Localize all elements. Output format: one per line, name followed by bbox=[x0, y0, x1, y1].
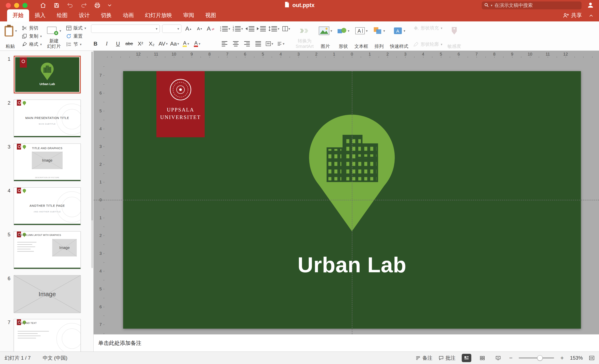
increase-font-button[interactable]: A▴ bbox=[184, 25, 193, 33]
vertical-guide[interactable] bbox=[352, 71, 352, 334]
highlight-color-button[interactable]: A▾ bbox=[182, 40, 190, 48]
zoom-level[interactable]: 153% bbox=[570, 355, 583, 361]
align-right-button[interactable] bbox=[243, 40, 251, 48]
new-slide-caret-icon[interactable]: ▾ bbox=[60, 29, 61, 33]
align-left-icon bbox=[222, 41, 227, 46]
vertical-align-button[interactable]: ▾ bbox=[265, 40, 274, 48]
normal-view-button[interactable] bbox=[462, 354, 471, 362]
section-button[interactable]: 节▾ bbox=[66, 40, 86, 48]
slideshow-button[interactable] bbox=[493, 354, 503, 362]
ruler-number: 6 bbox=[458, 52, 460, 57]
cut-button[interactable]: 剪切 bbox=[22, 24, 42, 32]
slide-thumbnail-5[interactable]: TWO-COLUMN LAYOUT WITH GRAPHICS Image bbox=[14, 231, 81, 269]
columns-button[interactable]: ▾ bbox=[282, 25, 291, 33]
picture-button[interactable]: ▾ 图片 bbox=[319, 23, 332, 49]
tab-home[interactable]: 开始 bbox=[7, 9, 29, 21]
quick-styles-button[interactable]: A ▾ 快速样式 bbox=[390, 23, 408, 49]
slide-thumbnail-1[interactable]: Urban Lab bbox=[14, 56, 81, 93]
user-avatar[interactable] bbox=[587, 1, 594, 9]
change-case-button[interactable]: Aa▾ bbox=[170, 40, 179, 48]
panel-scrollbar-thumb[interactable] bbox=[91, 52, 93, 221]
align-left-button[interactable] bbox=[220, 40, 229, 48]
shape-fill-button[interactable]: 形状填充▾ bbox=[413, 24, 442, 32]
tab-transitions[interactable]: 切换 bbox=[95, 9, 117, 21]
toolbar-options-button[interactable] bbox=[108, 4, 112, 7]
close-button[interactable] bbox=[6, 3, 11, 8]
paste-caret-icon[interactable]: ▾ bbox=[15, 29, 17, 33]
zoom-out-button[interactable]: − bbox=[509, 355, 512, 361]
panel-scrollbar[interactable] bbox=[91, 52, 93, 268]
subscript-button[interactable]: X₂ bbox=[147, 40, 156, 48]
align-center-button[interactable] bbox=[231, 40, 240, 48]
shape-outline-button[interactable]: 形状轮廓▾ bbox=[413, 40, 442, 48]
font-family-select[interactable]: ▾ bbox=[91, 25, 160, 33]
search-input[interactable] bbox=[495, 2, 579, 8]
zoom-in-button[interactable]: + bbox=[560, 355, 564, 361]
redo-button[interactable] bbox=[81, 3, 87, 8]
collapse-ribbon-button[interactable] bbox=[589, 12, 593, 18]
strikethrough-button[interactable]: abe bbox=[125, 40, 133, 48]
notes-toggle-button[interactable]: 备注 bbox=[415, 355, 432, 361]
italic-button[interactable]: I bbox=[102, 40, 111, 48]
ruler-number: 0 bbox=[351, 52, 353, 57]
print-button[interactable] bbox=[94, 3, 100, 8]
underline-button[interactable]: U bbox=[114, 40, 122, 48]
save-button[interactable] bbox=[54, 2, 60, 8]
notes-pane[interactable]: 单击此处添加备注 bbox=[94, 334, 599, 352]
home-button[interactable] bbox=[40, 2, 46, 9]
tab-review[interactable]: 审阅 bbox=[178, 9, 200, 21]
new-slide-button[interactable]: ▾ 新建 幻灯片 bbox=[47, 23, 61, 49]
search-scope-caret-icon[interactable]: ▾ bbox=[491, 4, 493, 7]
slide-thumbnail-4[interactable]: ANOTHER TITLE PAGE AND ANOTHER SUBTITLE bbox=[14, 187, 81, 225]
share-button[interactable]: 共享 bbox=[563, 12, 582, 19]
bold-button[interactable]: B bbox=[91, 40, 100, 48]
copy-button[interactable]: 复制▾ bbox=[22, 32, 42, 40]
numbering-button[interactable]: 123▾ bbox=[233, 25, 243, 33]
smartart-button[interactable]: 转换为 SmartArt bbox=[296, 23, 314, 49]
zoom-slider-thumb[interactable] bbox=[537, 355, 543, 361]
shapes-button[interactable]: ▾ 形状 bbox=[337, 23, 349, 49]
tab-draw[interactable]: 绘图 bbox=[51, 9, 73, 21]
tab-view[interactable]: 视图 bbox=[200, 9, 222, 21]
increase-indent-button[interactable] bbox=[257, 25, 266, 33]
search-field[interactable]: ▾ bbox=[482, 1, 581, 9]
horizontal-guide[interactable] bbox=[94, 200, 599, 200]
font-color-button[interactable]: A▾ bbox=[193, 40, 202, 48]
font-size-select[interactable]: ▾ bbox=[162, 25, 181, 33]
superscript-button[interactable]: X² bbox=[136, 40, 145, 48]
line-spacing-button[interactable]: ▾ bbox=[268, 25, 279, 33]
arrange-button[interactable]: ▾ 排列 bbox=[373, 23, 385, 49]
fullscreen-button[interactable] bbox=[22, 3, 27, 8]
language-indicator[interactable]: 中文 (中国) bbox=[43, 355, 67, 361]
justify-button[interactable] bbox=[254, 40, 263, 48]
fit-window-button[interactable] bbox=[589, 356, 594, 360]
paste-button[interactable]: ▾ 粘贴 bbox=[4, 23, 17, 49]
character-spacing-button[interactable]: AV▾ bbox=[159, 40, 168, 48]
fit-window-icon bbox=[589, 356, 594, 360]
tab-slideshow[interactable]: 幻灯片放映 bbox=[139, 9, 178, 21]
undo-button[interactable] bbox=[67, 3, 73, 8]
bullets-button[interactable]: •••▾ bbox=[220, 25, 230, 33]
zoom-slider[interactable] bbox=[519, 357, 554, 358]
tab-animations[interactable]: 动画 bbox=[117, 9, 139, 21]
slide-thumbnail-2[interactable]: MAIN PRESENTATION TITLE MAIN SUBTITLE bbox=[14, 100, 81, 137]
text-direction-button[interactable]: ▾ bbox=[276, 40, 285, 48]
uppsala-logo-block[interactable]: UPPSALA UNIVERSITET bbox=[156, 71, 205, 137]
clear-formatting-button[interactable]: A bbox=[206, 25, 215, 33]
tab-design[interactable]: 设计 bbox=[73, 9, 95, 21]
reset-button[interactable]: 重置 bbox=[66, 32, 86, 40]
slide-sorter-view-button[interactable] bbox=[477, 354, 487, 362]
slide-thumbnail-6[interactable]: Image bbox=[14, 275, 81, 313]
textbox-button[interactable]: A ▾ 文本框 bbox=[354, 23, 368, 49]
layout-button[interactable]: 版式▾ bbox=[66, 24, 86, 32]
slide-thumbnail-3[interactable]: TITLE AND GRAPHICS Image DESCRIPTION OF … bbox=[14, 143, 81, 181]
tab-insert[interactable]: 插入 bbox=[29, 9, 51, 21]
decrease-indent-button[interactable] bbox=[246, 25, 254, 33]
comments-toggle-button[interactable]: 批注 bbox=[439, 355, 456, 361]
minimize-button[interactable] bbox=[14, 3, 19, 8]
sensitivity-button[interactable]: 敏感度 bbox=[447, 23, 461, 49]
decrease-font-button[interactable]: A▾ bbox=[195, 25, 204, 33]
thumb-pin-mini-icon bbox=[23, 101, 26, 104]
slide-thumbnail-7[interactable]: TITLE AND TEXT bbox=[14, 319, 81, 352]
format-painter-button[interactable]: 格式▾ bbox=[22, 40, 42, 48]
